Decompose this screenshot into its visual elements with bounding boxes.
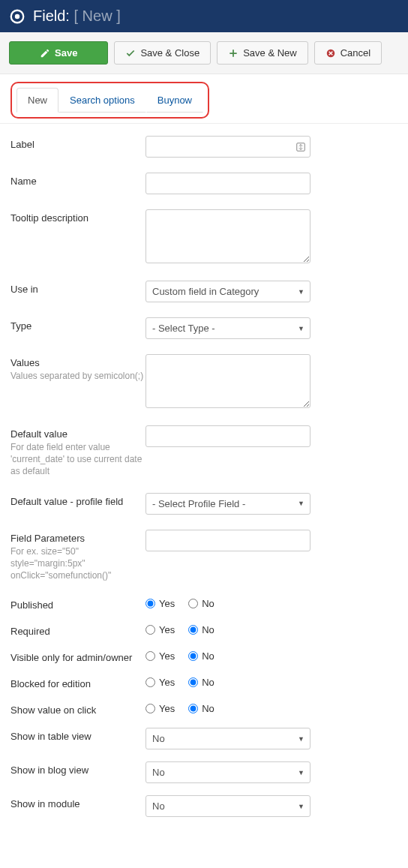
label-values: Values <box>10 357 146 368</box>
type-select[interactable]: - Select Type - <box>146 317 310 339</box>
visible-admin-no[interactable]: No <box>188 650 214 662</box>
label-default-profile: Default value - profile field <box>10 493 146 507</box>
hint-default-value: For date field enter value 'current_date… <box>10 441 146 478</box>
row-required: Required Yes No <box>10 623 398 637</box>
row-tooltip: Tooltip description <box>10 209 398 266</box>
separator <box>0 123 408 124</box>
row-use-in: Use in Custom field in Category <box>10 281 398 302</box>
blocked-edit-radio-group: Yes No <box>146 675 398 688</box>
show-on-click-yes[interactable]: Yes <box>146 703 175 714</box>
label-default-value: Default value <box>10 428 146 440</box>
values-textarea[interactable] <box>146 354 310 408</box>
required-radio-group: Yes No <box>146 623 398 635</box>
target-icon <box>9 8 26 25</box>
save-new-label: Save & New <box>243 47 297 59</box>
default-value-input[interactable] <box>146 425 310 447</box>
visible-admin-yes[interactable]: Yes <box>146 650 175 662</box>
row-show-blog: Show in blog view No <box>10 761 398 783</box>
blocked-edit-yes[interactable]: Yes <box>146 677 175 688</box>
required-yes-radio[interactable] <box>146 625 155 635</box>
required-no[interactable]: No <box>188 624 214 635</box>
visible-admin-radio-group: Yes No <box>146 649 398 662</box>
cancel-button[interactable]: Cancel <box>314 41 382 65</box>
show-module-select[interactable]: No <box>146 795 310 817</box>
title-new: [ New ] <box>74 8 120 24</box>
label-input[interactable] <box>146 136 310 158</box>
blocked-edit-yes-radio[interactable] <box>146 677 155 687</box>
tabs: New Search options Buynow <box>16 88 203 113</box>
label-name: Name <box>10 173 146 187</box>
published-no[interactable]: No <box>188 598 214 609</box>
page-header: Field: [ New ] <box>0 0 408 32</box>
save-label: Save <box>55 47 77 59</box>
blocked-edit-no-radio[interactable] <box>188 677 198 687</box>
tab-new[interactable]: New <box>16 88 58 113</box>
default-profile-select[interactable]: - Select Profile Field - <box>146 493 310 515</box>
label-show-table: Show in table view <box>10 728 146 742</box>
row-name: Name <box>10 173 398 194</box>
translate-icon[interactable] <box>296 142 306 152</box>
content: New Search options Buynow Label Name Too… <box>0 74 408 839</box>
visible-admin-no-radio[interactable] <box>188 651 198 661</box>
show-table-select[interactable]: No <box>146 728 310 749</box>
label-required: Required <box>10 623 146 637</box>
hint-values: Values separated by semicolon(;) <box>10 370 146 382</box>
name-input[interactable] <box>146 173 310 194</box>
save-close-button[interactable]: Save & Close <box>114 41 211 65</box>
tab-search-options[interactable]: Search options <box>58 88 146 113</box>
use-in-select[interactable]: Custom field in Category <box>146 281 310 302</box>
toolbar: Save Save & Close Save & New Cancel <box>0 32 408 74</box>
row-field-params: Field Parameters For ex. size="50" style… <box>10 530 398 582</box>
save-icon <box>40 48 50 59</box>
title-prefix: Field: <box>33 8 70 24</box>
page-title: Field: [ New ] <box>33 8 121 25</box>
label-field-params: Field Parameters <box>10 533 146 544</box>
row-values: Values Values separated by semicolon(;) <box>10 354 398 410</box>
blocked-edit-no[interactable]: No <box>188 677 214 688</box>
row-default-value: Default value For date field enter value… <box>10 425 398 478</box>
label-show-blog: Show in blog view <box>10 761 146 776</box>
label-use-in: Use in <box>10 281 146 295</box>
row-published: Published Yes No <box>10 596 398 611</box>
label-show-module: Show in module <box>10 795 146 809</box>
show-blog-select[interactable]: No <box>146 761 310 783</box>
row-show-on-click: Show value on click Yes No <box>10 701 398 716</box>
field-params-input[interactable] <box>146 530 310 551</box>
published-yes-radio[interactable] <box>146 599 155 608</box>
save-close-label: Save & Close <box>140 47 200 59</box>
radio-yes-label: Yes <box>159 598 175 609</box>
published-yes[interactable]: Yes <box>146 598 175 609</box>
row-show-module: Show in module No <box>10 795 398 817</box>
row-show-table: Show in table view No <box>10 728 398 749</box>
hint-field-params: For ex. size="50" style="margin:5px" onC… <box>10 545 146 582</box>
label-visible-admin: Visible only for admin/owner <box>10 649 146 663</box>
svg-point-1 <box>15 14 20 18</box>
label-show-on-click: Show value on click <box>10 701 146 716</box>
required-no-radio[interactable] <box>188 625 198 635</box>
show-on-click-no[interactable]: No <box>188 703 214 714</box>
published-radio-group: Yes No <box>146 596 398 609</box>
row-label: Label <box>10 136 398 158</box>
tab-buynow[interactable]: Buynow <box>146 88 203 113</box>
visible-admin-yes-radio[interactable] <box>146 651 155 661</box>
cancel-icon <box>326 48 336 59</box>
save-button[interactable]: Save <box>9 41 108 65</box>
label-type: Type <box>10 317 146 332</box>
tooltip-textarea[interactable] <box>146 209 310 263</box>
label-published: Published <box>10 596 146 611</box>
plus-icon <box>228 48 238 59</box>
row-type: Type - Select Type - <box>10 317 398 339</box>
published-no-radio[interactable] <box>188 599 198 608</box>
radio-no-label: No <box>202 598 214 609</box>
save-new-button[interactable]: Save & New <box>217 41 308 65</box>
show-on-click-no-radio[interactable] <box>188 704 198 713</box>
cancel-label: Cancel <box>340 47 370 59</box>
label-tooltip: Tooltip description <box>10 209 146 224</box>
show-on-click-radio-group: Yes No <box>146 701 398 714</box>
tabs-highlight: New Search options Buynow <box>10 82 209 119</box>
required-yes[interactable]: Yes <box>146 624 175 635</box>
row-blocked-edit: Blocked for edition Yes No <box>10 675 398 689</box>
show-on-click-yes-radio[interactable] <box>146 704 155 713</box>
label-label: Label <box>10 136 146 150</box>
row-visible-admin: Visible only for admin/owner Yes No <box>10 649 398 663</box>
